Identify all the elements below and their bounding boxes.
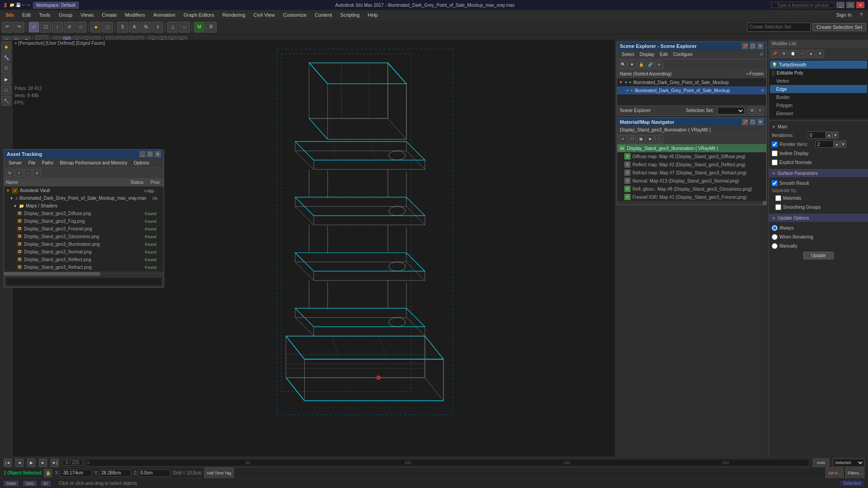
restore-btn[interactable]: ☐ xyxy=(750,43,756,49)
se-render-icon-1[interactable]: ● xyxy=(630,88,632,93)
maximize-btn[interactable]: □ xyxy=(846,2,854,8)
ts-smooth-result-cb[interactable] xyxy=(772,180,778,186)
se-select-menu[interactable]: Select xyxy=(620,52,636,57)
menu-help[interactable]: Help xyxy=(364,11,382,19)
ts-render-iters-cb[interactable] xyxy=(772,141,778,147)
percent-snap-btn[interactable]: % xyxy=(141,22,151,33)
state-tab[interactable]: State xyxy=(4,481,19,486)
mod-element[interactable]: Element xyxy=(770,109,867,117)
mod-turbosmooth[interactable]: 💡 TurboSmooth xyxy=(770,61,867,69)
render-btn[interactable]: ■ xyxy=(90,22,101,33)
uo-always-radio[interactable] xyxy=(772,225,778,231)
se-close-x[interactable]: ✕ xyxy=(760,52,764,57)
se-lock-btn[interactable]: 🔒 xyxy=(637,61,645,69)
rotate-btn[interactable]: ↺ xyxy=(64,22,75,33)
mirror-btn[interactable]: ↔ xyxy=(179,22,190,33)
mat-expand-btn[interactable]: ■ xyxy=(646,135,654,143)
menu-animation[interactable]: Animation xyxy=(150,11,179,19)
at-row-maps-grp[interactable]: ▼ 📁 Maps / Shaders xyxy=(4,202,164,210)
ts-riter-down[interactable]: ▼ xyxy=(840,141,846,148)
mod-move-down-btn[interactable]: ▼ xyxy=(816,50,824,58)
mat-options-btn[interactable]: ⋮ xyxy=(655,135,663,143)
menu-customize[interactable]: Customize xyxy=(279,11,310,19)
at-server-menu[interactable]: Server xyxy=(7,160,24,166)
at-options-menu[interactable]: Options xyxy=(132,160,151,166)
tl-play-btn[interactable]: ▶ xyxy=(27,459,35,467)
tl-end-btn[interactable]: ►| xyxy=(51,459,59,467)
menu-rendering[interactable]: Rendering xyxy=(219,11,249,19)
mat-label-4[interactable]: Normal: Map #13 (Display_Stand_geo3_Norm… xyxy=(632,178,739,183)
add-time-tag-btn[interactable]: Add Time Tag xyxy=(204,468,234,479)
at-row-diffuse[interactable]: 🖼 Display_Stand_geo3_Diffuse.png Found xyxy=(4,210,164,217)
select-region-btn[interactable]: ☐ xyxy=(40,22,51,33)
mod-delete-btn[interactable]: ✕ xyxy=(798,50,806,58)
mod-polygon[interactable]: Polygon xyxy=(770,101,867,109)
timeline-ruler[interactable]: 0 50 100 150 200 xyxy=(86,459,809,466)
scale-btn[interactable]: □ xyxy=(75,22,86,33)
at-row-maxfile[interactable]: ▼ 3 Illuminated_Dark_Grey_Point_of_Sale_… xyxy=(4,194,164,202)
utility-panel-btn[interactable]: 🔨 xyxy=(1,96,11,106)
tl-start-btn[interactable]: |◄ xyxy=(4,459,12,467)
mat-row-6[interactable]: T Fresnel IOR: Map #1 (Display_Stand_geo… xyxy=(617,193,766,201)
x-input[interactable] xyxy=(60,469,92,477)
se-vis-icon-0[interactable]: ● xyxy=(625,80,627,84)
at-row-reflect[interactable]: 🖼 Display_Stand_geo3_Reflect.png Found xyxy=(4,256,164,263)
mat-view-thumb-btn[interactable]: ▦ xyxy=(637,135,645,143)
menu-graph-editors[interactable]: Graph Editors xyxy=(180,11,218,19)
menu-3ds[interactable]: 3ds xyxy=(2,11,18,19)
mod-paste-btn[interactable]: 📋 xyxy=(789,50,797,58)
menu-group[interactable]: Group xyxy=(55,11,76,19)
se-row-name-0[interactable]: Illuminated_Dark_Grey_Point_of_Sale_Mock… xyxy=(633,80,729,85)
search-box[interactable]: Type a keyword or phrase xyxy=(771,2,835,8)
ts-materials-cb[interactable] xyxy=(775,195,781,201)
create-panel-btn[interactable]: ◆ xyxy=(1,42,11,52)
workspace-selector[interactable]: Workspace: Default xyxy=(33,2,79,9)
mat-row-3[interactable]: T Refract map: Map #7 (Display_Stand_geo… xyxy=(617,169,766,177)
at-row-glossiness[interactable]: 🖼 Display_Stand_geo3_Glossiness.png Foun… xyxy=(4,233,164,240)
modify-panel-btn[interactable]: 🔧 xyxy=(1,52,11,62)
at-row-normal[interactable]: 🖼 Display_Stand_geo3_Normal.png Found xyxy=(4,248,164,256)
hierarchy-panel-btn[interactable]: ⦾ xyxy=(1,63,11,73)
mat-pin-btn[interactable]: 📌 xyxy=(742,119,748,125)
mod-move-up-btn[interactable]: ▲ xyxy=(807,50,815,58)
at-row-illumination[interactable]: 🖼 Display_Stand_geo3_Illumination.png Fo… xyxy=(4,240,164,248)
close-se-btn[interactable]: ✕ xyxy=(757,43,764,49)
mat-view-list-btn[interactable]: ≡ xyxy=(619,135,627,143)
pin-btn[interactable]: 📌 xyxy=(742,43,748,49)
create-sel-input[interactable] xyxy=(747,23,811,32)
at-bitmap-menu[interactable]: Bitmap Performance and Memory xyxy=(58,160,129,166)
app-icon-buttons[interactable]: 📁 💾 ↩ ↪ xyxy=(9,3,30,7)
update-options-header[interactable]: ▼ Update Options xyxy=(769,214,868,222)
se-row-name-1[interactable]: Illuminated_Dark_Grey_Point_of_Sale_Mock… xyxy=(635,88,730,93)
mod-border[interactable]: Border xyxy=(770,93,867,101)
mat-row-1[interactable]: T Diffuse map: Map #6 (Display_Stand_geo… xyxy=(617,152,766,160)
signin-btn[interactable]: Sign In xyxy=(833,11,855,19)
at-close-btn[interactable]: ✕ xyxy=(155,151,161,157)
render-frame-btn[interactable]: 🎥 xyxy=(102,22,113,33)
at-h-scrollbar[interactable] xyxy=(4,272,164,276)
mat-label-2[interactable]: Reflect map: Map #2 (Display_Stand_geo3_… xyxy=(632,162,745,167)
select-btn[interactable]: ✓ xyxy=(28,22,39,33)
se-layer-btn[interactable]: ≡ xyxy=(655,61,663,69)
at-row-fog[interactable]: 🖼 Display_Stand_geo3_Fog.png Found xyxy=(4,217,164,225)
se-layers-btn[interactable]: ≡ xyxy=(756,107,764,114)
se-sort-btn[interactable]: ▼ xyxy=(628,61,636,69)
at-row-fresnel[interactable]: 🖼 Display_Stand_geo3_Fresnel.png Found xyxy=(4,225,164,233)
selected-dropdown[interactable]: Selected xyxy=(833,459,864,467)
se-render-icon-0[interactable]: ● xyxy=(629,80,631,84)
create-sel-btn[interactable]: Create Selection Set xyxy=(812,23,866,31)
mat-label-5[interactable]: Refl. gloss.: Map #8 (Display_Stand_geo3… xyxy=(632,187,752,192)
menu-views[interactable]: Views xyxy=(77,11,97,19)
mat-view-grid-btn[interactable]: ☐ xyxy=(628,135,636,143)
at-refresh-btn[interactable]: ↻ xyxy=(6,169,14,177)
undo-btn[interactable]: ↶ xyxy=(2,22,13,33)
ts-isoline-cb[interactable] xyxy=(772,150,778,156)
y-input[interactable] xyxy=(99,469,131,477)
close-btn[interactable]: ✕ xyxy=(856,2,864,8)
display-panel-btn[interactable]: □ xyxy=(1,85,11,95)
se-footer-left[interactable]: Scene Explorer xyxy=(620,108,651,113)
motion-panel-btn[interactable]: ▶ xyxy=(1,74,11,84)
snap-btn[interactable]: S xyxy=(117,22,128,33)
align-btn[interactable]: ⊥ xyxy=(167,22,178,33)
set-key-btn[interactable]: Set K... xyxy=(826,468,844,479)
